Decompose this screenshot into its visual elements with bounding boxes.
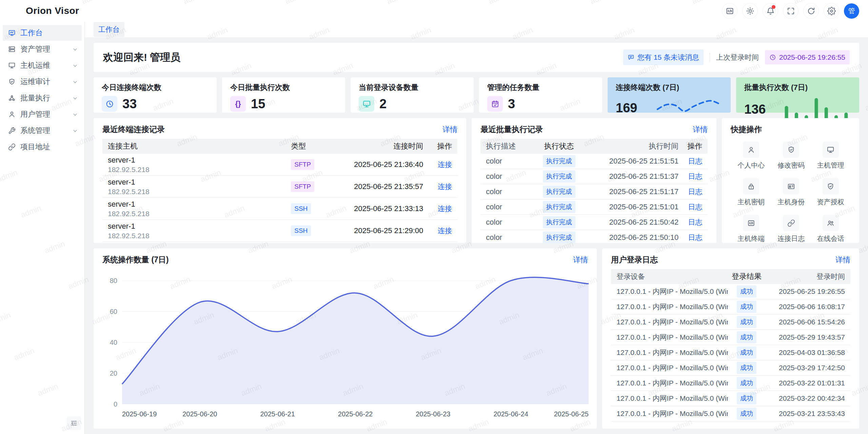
quick-action-asset-auth[interactable]: 资产授权 [811, 178, 850, 207]
login-time: 2025-03-29 17:42:50 [765, 364, 845, 372]
execution-desc: color [486, 172, 531, 181]
executions-detail-link[interactable]: 详情 [693, 125, 708, 135]
column-header: 执行状态 [531, 141, 587, 151]
quick-action-change-password[interactable]: 修改密码 [771, 141, 811, 170]
connection-time: 2025-06-25 21:33:13 [328, 204, 423, 213]
quick-action-label: 主机身份 [777, 197, 805, 207]
sidebar-item-host-ops[interactable]: 主机运维 [3, 58, 82, 73]
sidebar-item-label: 运维审计 [20, 77, 50, 87]
column-header: 登录设备 [616, 272, 728, 281]
shield-check-icon [783, 141, 799, 158]
terminal-7d-sparkline [655, 96, 723, 120]
stat-title: 当前登录设备数量 [359, 82, 466, 93]
login-time: 2025-06-25 19:26:55 [765, 287, 845, 296]
log-link[interactable]: 日志 [688, 233, 702, 241]
refresh-button[interactable] [803, 3, 819, 19]
sidebar-collapse-button[interactable] [67, 416, 81, 430]
quick-action-connection-logs[interactable]: 连接日志 [771, 215, 811, 243]
system-ops-chart-card: 系统操作数量 (7日) 详情 0204060802025-06-192025-0… [94, 248, 597, 429]
collapse-menu-icon [70, 419, 78, 427]
connect-link[interactable]: 连接 [438, 205, 452, 212]
column-header: 类型 [291, 141, 328, 151]
column-header: 操作 [423, 141, 452, 151]
login-device: 127.0.0.1 - 内网IP - Mozilla/5.0 (Windows … [616, 333, 728, 342]
header-actions: 管 [722, 3, 859, 19]
table-row: color 执行完成 2025-06-25 21:51:37 日志 [480, 169, 708, 184]
login-result-badge: 成功 [737, 285, 756, 298]
sidebar-item-label: 系统管理 [20, 126, 50, 136]
breadcrumb-item-workbench[interactable]: 工作台 [94, 22, 124, 37]
quick-action-host-manage[interactable]: 主机管理 [811, 141, 850, 170]
svg-text:40: 40 [110, 339, 117, 346]
card-title: 用户登录日志 [611, 254, 658, 265]
log-link[interactable]: 日志 [688, 188, 702, 195]
card-title: 系统操作数量 (7日) [102, 254, 169, 265]
fullscreen-button[interactable] [783, 3, 798, 19]
main-content: 工作台 欢迎回来! 管理员 您有 15 条未读消息 上次登录时间 2025-06… [85, 22, 868, 434]
protocol-badge: SSH [291, 203, 311, 214]
quick-action-label: 主机终端 [737, 234, 765, 243]
quick-actions-grid: 个人中心 修改密码 主机管理 主机密钥 主机身份 资产授权 主机终端 连接日志 … [731, 139, 850, 243]
id-card-icon [783, 178, 799, 194]
host-ip: 182.92.5.218 [108, 231, 291, 240]
quick-action-host-identity[interactable]: 主机身份 [771, 178, 811, 207]
log-link[interactable]: 日志 [688, 218, 702, 226]
connect-link[interactable]: 连接 [438, 183, 452, 190]
login-result-badge: 成功 [737, 316, 756, 328]
quick-action-profile[interactable]: 个人中心 [731, 141, 771, 170]
chevron-down-icon [73, 112, 78, 117]
login-device: 127.0.0.1 - 内网IP - Mozilla/5.0 (Windows … [616, 409, 728, 418]
svg-text:2025-06-24: 2025-06-24 [494, 410, 528, 418]
protocol-badge: SSH [291, 225, 311, 236]
servers-icon [8, 45, 16, 53]
sidebar-item-audit[interactable]: 运维审计 [3, 74, 82, 90]
log-link[interactable]: 日志 [688, 203, 702, 211]
execution-desc: color [486, 218, 531, 227]
execution-desc: color [486, 157, 531, 166]
quick-action-online-sessions[interactable]: 在线会话 [811, 215, 850, 243]
host-ip: 182.92.5.218 [108, 187, 291, 196]
quick-action-host-keys[interactable]: 主机密钥 [731, 178, 771, 207]
link-icon [8, 143, 16, 151]
sidebar-item-users[interactable]: 用户管理 [3, 107, 82, 122]
sidebar-item-assets[interactable]: 资产管理 [3, 41, 82, 57]
connection-time: 2025-06-25 21:29:00 [328, 226, 423, 235]
connect-link[interactable]: 连接 [438, 161, 452, 168]
connections-detail-link[interactable]: 详情 [442, 125, 457, 135]
sidebar-item-workbench[interactable]: 工作台 [3, 25, 82, 41]
card-title: 快捷操作 [731, 124, 762, 135]
log-link[interactable]: 日志 [688, 172, 702, 180]
code-runner-button[interactable] [722, 3, 737, 19]
logo-icon [9, 4, 22, 17]
user-avatar[interactable]: 管 [844, 3, 859, 19]
login-time: 2025-04-03 01:36:58 [765, 348, 845, 357]
sidebar-item-batch-exec[interactable]: 批量执行 [3, 90, 82, 106]
welcome-title: 欢迎回来! 管理员 [103, 51, 180, 64]
login-device: 127.0.0.1 - 内网IP - Mozilla/5.0 (Windows … [616, 302, 728, 312]
theme-toggle-button[interactable] [742, 3, 758, 19]
log-link[interactable]: 日志 [688, 157, 702, 165]
table-row: color 执行完成 2025-06-25 21:50:42 日志 [480, 215, 708, 230]
connect-link[interactable]: 连接 [438, 227, 452, 234]
column-header: 执行时间 [587, 141, 678, 151]
notifications-button[interactable] [763, 3, 778, 19]
message-icon [628, 54, 634, 61]
svg-text:2025-06-23: 2025-06-23 [416, 410, 450, 418]
quick-action-label: 修改密码 [777, 161, 805, 170]
login-logs-detail-link[interactable]: 详情 [835, 255, 850, 265]
ops-chart-detail-link[interactable]: 详情 [573, 255, 588, 265]
task-calendar-icon [487, 96, 503, 112]
settings-button[interactable] [824, 3, 839, 19]
stat-card-terminal-7d: 连接终端次数 (7日) 169 [608, 77, 731, 113]
refresh-icon [807, 7, 815, 15]
app-logo[interactable]: Orion Visor [9, 4, 79, 17]
svg-text:2025-06-20: 2025-06-20 [182, 410, 217, 418]
sidebar-item-system[interactable]: 系统管理 [3, 123, 82, 138]
monitor-icon [359, 96, 374, 112]
unread-messages-badge[interactable]: 您有 15 条未读消息 [623, 50, 704, 65]
wrench-icon [8, 127, 16, 134]
stat-card-login-devices: 当前登录设备数量 2 [351, 77, 474, 113]
quick-action-host-terminal[interactable]: 主机终端 [731, 215, 771, 243]
sidebar-item-project-link[interactable]: 项目地址 [3, 139, 82, 155]
unread-messages-text: 您有 15 条未读消息 [637, 53, 699, 62]
